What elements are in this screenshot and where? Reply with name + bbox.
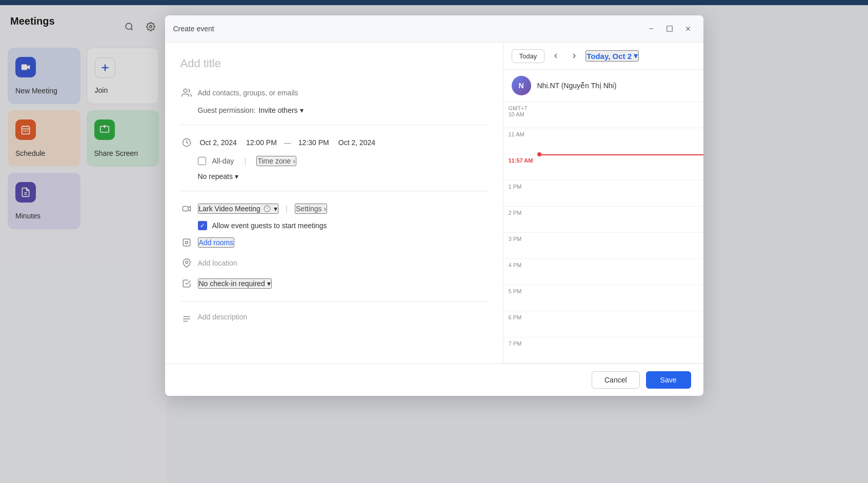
calendar-panel: Today Today, Oct 2 ▾: [503, 43, 703, 364]
modal-header: Create event: [165, 15, 703, 43]
time-row-5pm: 5 PM: [503, 285, 703, 311]
minimize-button[interactable]: [644, 22, 658, 36]
start-date[interactable]: Oct 2, 2024: [198, 137, 239, 148]
description-row: Add description: [180, 309, 488, 329]
slot-3pm: [539, 233, 703, 258]
maximize-button[interactable]: [662, 22, 677, 36]
meeting-type-row: Lark Video Meeting ▾ | Settings ›: [180, 198, 488, 219]
time-label-11am: 11 AM: [503, 128, 539, 137]
repeats-select[interactable]: No repeats ▾: [198, 172, 238, 180]
time-row-7pm: 7 PM: [503, 337, 703, 364]
time-label-10am: GMT+7 10 AM: [503, 102, 539, 117]
time-label-current: 11:57 AM: [503, 154, 539, 164]
calendar-body: N Nhi.NT (Nguyễn Thị Nhi) GM: [503, 70, 703, 364]
modal-title: Create event: [173, 25, 214, 33]
allow-guests-checkbox[interactable]: ✓: [198, 221, 207, 230]
allday-checkbox[interactable]: [198, 157, 206, 165]
calendar-chevron: ▾: [634, 51, 638, 61]
modal-overlay: Create event: [0, 5, 868, 483]
time-separator: —: [284, 138, 291, 147]
svg-point-19: [184, 89, 187, 93]
time-label-6pm: 6 PM: [503, 311, 539, 320]
location-placeholder: Add location: [198, 259, 237, 267]
allday-row: All-day | Time zone ›: [180, 153, 488, 169]
time-row-1pm: 1 PM: [503, 180, 703, 207]
app-container: Meetings: [0, 0, 868, 483]
modal-body: Guest permission: Invite others ▾: [165, 43, 703, 364]
time-label-2pm: 2 PM: [503, 207, 539, 216]
checkin-select[interactable]: No check-in required ▾: [198, 278, 272, 289]
time-label-4pm: 4 PM: [503, 259, 539, 268]
modal-header-controls: [644, 22, 695, 36]
start-time[interactable]: 12:00 PM: [244, 137, 279, 148]
guest-permission-label: Guest permission:: [198, 106, 256, 114]
meeting-settings-label: Settings ›: [296, 205, 326, 213]
contacts-input[interactable]: [198, 89, 488, 97]
location-row: Add location: [180, 253, 488, 273]
top-bar: [0, 0, 868, 5]
add-rooms-row: Add rooms: [180, 232, 488, 253]
clock-icon: [180, 136, 193, 149]
calendar-date-title[interactable]: Today, Oct 2 ▾: [586, 50, 639, 62]
avatar-placeholder: N: [512, 76, 531, 95]
guest-permission-chevron: ▾: [300, 106, 304, 114]
contacts-row: [180, 83, 488, 103]
svg-point-27: [185, 261, 188, 264]
current-time-dot: [537, 152, 541, 156]
content-area: Meetings: [0, 5, 868, 483]
time-row-3pm: 3 PM: [503, 233, 703, 259]
time-label-5pm: 5 PM: [503, 285, 539, 294]
slot-6pm: [539, 311, 703, 337]
rooms-icon: [180, 236, 193, 249]
time-row-6pm: 6 PM: [503, 311, 703, 337]
guest-permission-select[interactable]: Invite others ▾: [258, 106, 303, 114]
cancel-button[interactable]: Cancel: [592, 371, 640, 389]
next-nav-button[interactable]: [567, 49, 581, 63]
slot-2pm: [539, 207, 703, 232]
current-time-row: 11:57 AM: [503, 154, 703, 180]
slot-1pm: [539, 180, 703, 206]
prev-nav-button[interactable]: [549, 49, 563, 63]
calendar-date-label: Today, Oct 2: [587, 52, 632, 61]
guest-permission-value: Invite others: [258, 106, 297, 114]
time-slots: GMT+7 10 AM 11 AM: [503, 102, 703, 364]
meeting-settings-button[interactable]: Settings ›: [295, 204, 327, 214]
today-label: Today: [519, 52, 537, 60]
allow-guests-label: Allow event guests to start meetings: [212, 222, 327, 230]
meeting-type-select[interactable]: Lark Video Meeting ▾: [198, 204, 278, 214]
timezone-button[interactable]: Time zone ›: [256, 156, 296, 166]
repeats-chevron: ▾: [235, 172, 238, 180]
slot-7pm: [539, 337, 703, 363]
title-input[interactable]: [180, 53, 488, 74]
end-date[interactable]: Oct 2, 2024: [336, 137, 377, 148]
end-time[interactable]: 12:30 PM: [296, 137, 331, 148]
add-rooms-button[interactable]: Add rooms: [198, 237, 235, 248]
timezone-label: Time zone ›: [257, 157, 295, 165]
guest-permission-row: Guest permission: Invite others ▾: [180, 103, 488, 117]
save-button[interactable]: Save: [646, 371, 691, 389]
today-button[interactable]: Today: [512, 49, 545, 63]
slot-current: [539, 154, 703, 180]
calendar-header: Today Today, Oct 2 ▾: [503, 43, 703, 70]
meeting-type-label: Lark Video Meeting: [199, 205, 260, 213]
add-rooms-label: Add rooms: [199, 238, 234, 247]
user-header: N Nhi.NT (Nguyễn Thị Nhi): [503, 70, 703, 102]
time-row-4pm: 4 PM: [503, 259, 703, 285]
time-row-10am: GMT+7 10 AM: [503, 102, 703, 128]
slot-5pm: [539, 285, 703, 311]
user-info: Nhi.NT (Nguyễn Thị Nhi): [537, 82, 617, 90]
form-panel: Guest permission: Invite others ▾: [165, 43, 503, 364]
description-icon: [180, 313, 193, 325]
date-time-row: Oct 2, 2024 12:00 PM — 12:30 PM Oct 2, 2…: [180, 132, 488, 153]
checkin-row: No check-in required ▾: [180, 273, 488, 294]
time-label-1pm: 1 PM: [503, 180, 539, 190]
video-icon: [180, 203, 193, 215]
time-label-7pm: 7 PM: [503, 337, 539, 347]
repeats-row: No repeats ▾: [180, 169, 488, 184]
close-button[interactable]: [681, 22, 695, 36]
user-name: Nhi.NT (Nguyễn Thị Nhi): [537, 82, 617, 90]
create-event-modal: Create event: [165, 15, 703, 396]
repeats-label: No repeats: [198, 172, 233, 180]
time-row-2pm: 2 PM: [503, 207, 703, 233]
svg-rect-26: [185, 242, 188, 244]
